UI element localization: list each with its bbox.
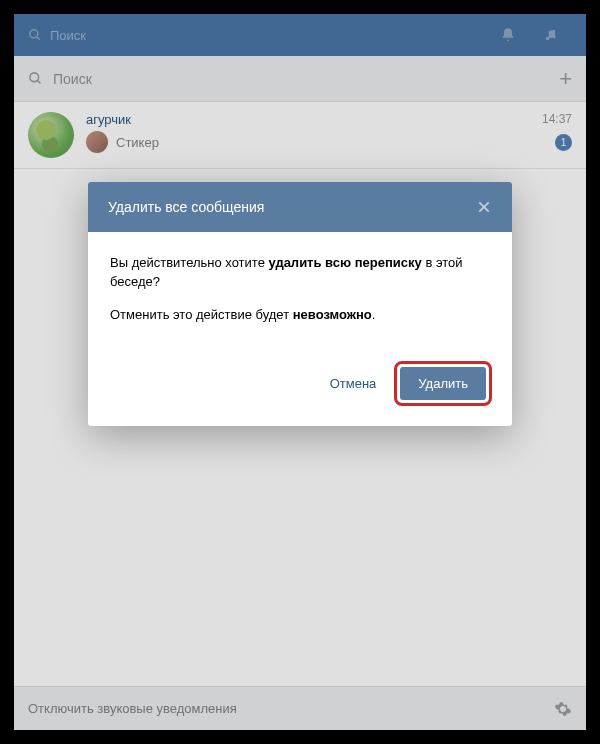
dialog-title: Удалить все сообщения	[108, 199, 476, 215]
dialog-footer: Отмена Удалить	[88, 357, 512, 426]
close-icon[interactable]	[476, 199, 492, 215]
svg-line-1	[37, 37, 40, 40]
top-navbar: Поиск	[14, 14, 586, 56]
message-preview: Стикер	[116, 135, 555, 150]
svg-line-5	[37, 80, 40, 83]
svg-point-2	[546, 37, 550, 41]
conversation-name: агурчик	[86, 112, 131, 127]
unread-badge: 1	[555, 134, 572, 151]
new-conversation-button[interactable]: +	[559, 66, 572, 92]
mute-notifications-link[interactable]: Отключить звуковые уведомления	[28, 701, 554, 716]
conversation-avatar	[28, 112, 74, 158]
conversation-search-input[interactable]: Поиск	[53, 71, 559, 87]
cancel-button[interactable]: Отмена	[326, 368, 381, 399]
delete-dialog: Удалить все сообщения Вы действительно х…	[88, 182, 512, 426]
svg-point-0	[30, 30, 38, 38]
delete-button[interactable]: Удалить	[400, 367, 486, 400]
svg-point-4	[30, 73, 39, 82]
sender-avatar	[86, 131, 108, 153]
dialog-header: Удалить все сообщения	[88, 182, 512, 232]
top-search-input[interactable]: Поиск	[50, 28, 86, 43]
music-icon[interactable]	[544, 27, 558, 43]
gear-icon[interactable]	[554, 700, 572, 718]
search-icon[interactable]	[28, 28, 42, 42]
conversation-time: 14:37	[542, 112, 572, 127]
dialog-text-line1: Вы действительно хотите удалить всю пере…	[110, 254, 490, 292]
conversation-search-bar: Поиск +	[14, 56, 586, 102]
dialog-text-line2: Отменить это действие будет невозможно.	[110, 306, 490, 325]
conversation-item[interactable]: агурчик 14:37 Стикер 1	[14, 102, 586, 169]
search-icon	[28, 71, 43, 86]
highlight-annotation: Удалить	[394, 361, 492, 406]
svg-point-3	[552, 35, 556, 39]
footer-bar: Отключить звуковые уведомления	[14, 686, 586, 730]
dialog-body: Вы действительно хотите удалить всю пере…	[88, 232, 512, 357]
bell-icon[interactable]	[500, 27, 516, 43]
